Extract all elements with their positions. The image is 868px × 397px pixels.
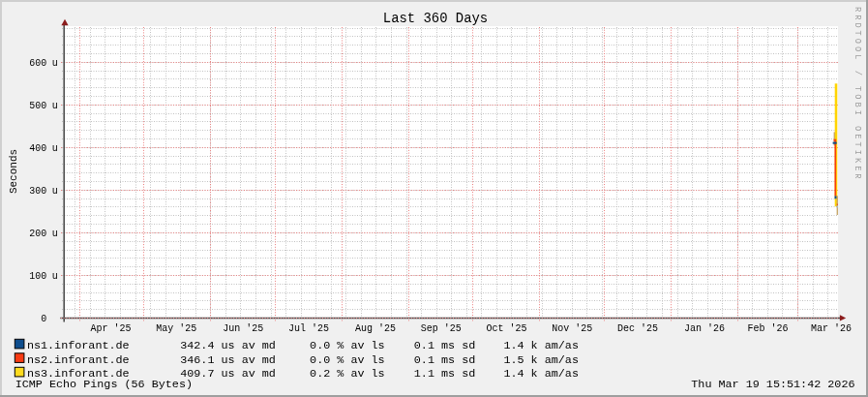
svg-text:u: u bbox=[52, 186, 58, 197]
svg-text:u: u bbox=[52, 143, 58, 154]
svg-text:Aug '25: Aug '25 bbox=[355, 323, 396, 334]
svg-text:0: 0 bbox=[41, 314, 46, 324]
svg-text:u: u bbox=[52, 271, 58, 282]
svg-text:Sep '25: Sep '25 bbox=[421, 323, 462, 334]
svg-text:346.1 us av md: 346.1 us av md bbox=[180, 353, 276, 367]
svg-text:0.0 % av ls: 0.0 % av ls bbox=[310, 339, 385, 352]
svg-text:Last 360 Days: Last 360 Days bbox=[383, 11, 488, 26]
svg-text:Apr '25: Apr '25 bbox=[90, 323, 131, 334]
svg-text:1.4 k am/as: 1.4 k am/as bbox=[503, 339, 579, 352]
svg-text:Jul '25: Jul '25 bbox=[288, 323, 329, 334]
svg-text:Jan '26: Jan '26 bbox=[684, 323, 725, 334]
svg-text:u: u bbox=[52, 101, 58, 111]
svg-text:Seconds: Seconds bbox=[8, 149, 19, 194]
svg-text:409.7 us av md: 409.7 us av md bbox=[180, 367, 276, 381]
svg-text:300: 300 bbox=[29, 186, 46, 197]
svg-text:Dec '25: Dec '25 bbox=[617, 323, 658, 334]
svg-text:ns1.inforant.de: ns1.inforant.de bbox=[27, 339, 130, 352]
svg-text:0.1 ms sd: 0.1 ms sd bbox=[414, 339, 475, 352]
svg-text:200: 200 bbox=[29, 229, 46, 239]
svg-text:100: 100 bbox=[29, 271, 46, 282]
svg-text:RRDTOOL / TOBI OETIKER: RRDTOOL / TOBI OETIKER bbox=[853, 7, 862, 182]
svg-text:342.4 us av md: 342.4 us av md bbox=[180, 339, 276, 352]
svg-text:ICMP Echo Pings (56 Bytes): ICMP Echo Pings (56 Bytes) bbox=[15, 378, 193, 391]
svg-text:Thu Mar 19 15:51:42 2026: Thu Mar 19 15:51:42 2026 bbox=[691, 378, 854, 391]
svg-text:1.4 k am/as: 1.4 k am/as bbox=[503, 367, 579, 381]
svg-text:Mar '26: Mar '26 bbox=[811, 323, 852, 334]
svg-text:May '25: May '25 bbox=[156, 323, 196, 334]
svg-text:600: 600 bbox=[29, 58, 46, 69]
svg-text:Jun '25: Jun '25 bbox=[223, 323, 263, 334]
svg-text:u: u bbox=[52, 229, 58, 239]
svg-text:0.0 % av ls: 0.0 % av ls bbox=[310, 353, 385, 367]
svg-text:ns2.inforant.de: ns2.inforant.de bbox=[27, 353, 130, 367]
svg-text:1.5 k am/as: 1.5 k am/as bbox=[503, 353, 579, 367]
svg-text:0.2 % av ls: 0.2 % av ls bbox=[310, 367, 385, 381]
svg-text:1.1 ms sd: 1.1 ms sd bbox=[414, 367, 475, 381]
svg-text:Nov '25: Nov '25 bbox=[552, 323, 592, 334]
svg-text:500: 500 bbox=[29, 101, 46, 111]
svg-text:u: u bbox=[52, 58, 58, 69]
svg-text:Oct '25: Oct '25 bbox=[486, 323, 526, 334]
svg-text:Feb '26: Feb '26 bbox=[747, 323, 788, 334]
svg-text:400: 400 bbox=[29, 143, 46, 154]
svg-text:0.1 ms sd: 0.1 ms sd bbox=[414, 353, 475, 367]
